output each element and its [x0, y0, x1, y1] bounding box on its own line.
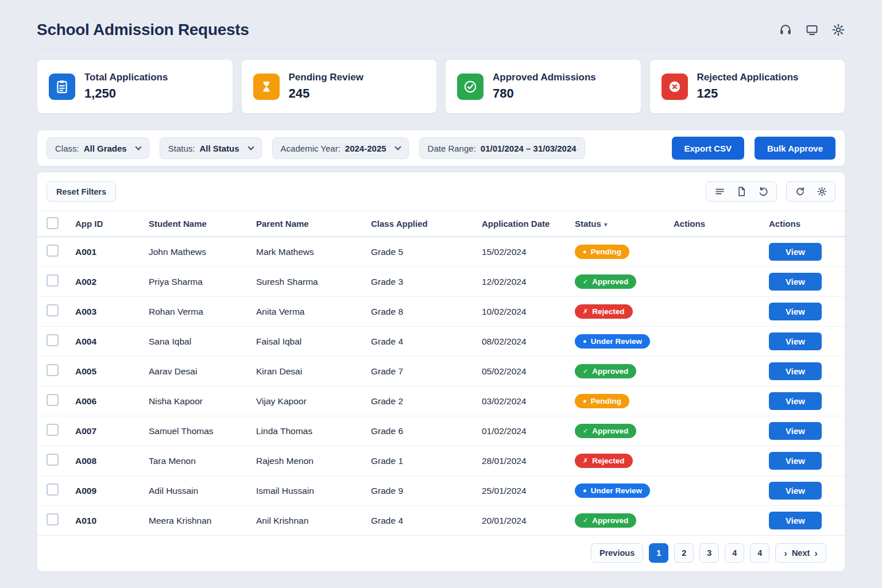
- student-name-cell: Nisha Kapoor: [149, 396, 256, 407]
- hourglass-icon: [253, 74, 280, 100]
- date-range-picker[interactable]: Date Range: 01/01/2024 – 31/03/2024: [419, 137, 585, 159]
- page-button[interactable]: 1: [649, 543, 668, 563]
- status-badge: ● Under Review: [575, 334, 650, 349]
- row-checkbox[interactable]: [47, 274, 59, 287]
- stat-label: Approved Admissions: [493, 72, 596, 83]
- previous-page-button[interactable]: Previous: [591, 543, 643, 563]
- academic-year-dropdown[interactable]: Academic Year: 2024-2025: [272, 137, 409, 159]
- column-header-status[interactable]: Status▾: [575, 219, 674, 229]
- row-checkbox[interactable]: [47, 513, 59, 525]
- column-header-actions: Actions: [674, 219, 769, 229]
- reset-filters-button[interactable]: Reset Filters: [47, 181, 116, 202]
- bulk-approve-button[interactable]: Bulk Approve: [755, 137, 835, 160]
- status-badge: ● Pending: [575, 394, 629, 409]
- stat-value: 125: [697, 86, 799, 101]
- gear-icon[interactable]: [831, 23, 845, 37]
- stat-label: Pending Review: [289, 72, 363, 83]
- class-applied-cell: Grade 7: [371, 366, 482, 377]
- view-button[interactable]: View: [769, 273, 822, 291]
- table-row: A010 Meera Krishnan Anil Krishnan Grade …: [37, 506, 845, 536]
- undo-icon[interactable]: [752, 182, 774, 201]
- headset-icon[interactable]: [779, 23, 792, 37]
- date-range-value: 01/01/2024 – 31/03/2024: [481, 144, 577, 153]
- view-button[interactable]: View: [769, 362, 822, 380]
- status-icon: ✓: [583, 517, 588, 524]
- next-page-button[interactable]: › Next ›: [775, 543, 826, 563]
- table-row: A006 Nisha Kapoor Vijay Kapoor Grade 2 0…: [37, 386, 845, 416]
- app-id-cell: A003: [75, 307, 149, 317]
- export-csv-button[interactable]: Export CSV: [672, 137, 745, 160]
- status-icon: ●: [583, 398, 587, 404]
- chevron-down-icon: [135, 144, 141, 150]
- status-label: Under Review: [591, 487, 642, 495]
- application-date-cell: 25/01/2024: [482, 486, 575, 496]
- list-icon[interactable]: [709, 182, 730, 201]
- status-badge: ✓ Approved: [575, 513, 636, 528]
- student-name-cell: Sana Iqbal: [149, 336, 256, 347]
- row-checkbox[interactable]: [47, 424, 59, 436]
- view-button[interactable]: View: [769, 422, 822, 440]
- admissions-table-card: Reset Filters: [37, 172, 845, 572]
- status-filter-dropdown[interactable]: Status: All Status: [160, 137, 262, 159]
- row-checkbox[interactable]: [47, 304, 59, 316]
- refresh-icon[interactable]: [789, 182, 811, 201]
- application-date-cell: 05/02/2024: [482, 366, 575, 377]
- status-icon: ●: [583, 338, 587, 345]
- stats-row: Total Applications 1,250 Pending Review …: [37, 59, 845, 114]
- class-applied-cell: Grade 9: [371, 486, 482, 496]
- view-button[interactable]: View: [769, 512, 822, 529]
- status-badge: ✓ Approved: [575, 274, 636, 289]
- class-applied-cell: Grade 2: [371, 396, 482, 407]
- parent-name-cell: Rajesh Menon: [256, 456, 371, 466]
- view-button[interactable]: View: [769, 303, 822, 320]
- academic-year-label: Academic Year:: [281, 144, 341, 153]
- view-button[interactable]: View: [769, 332, 822, 350]
- table-row: A004 Sana Iqbal Faisal Iqbal Grade 4 08/…: [37, 327, 845, 357]
- app-id-cell: A010: [75, 516, 149, 526]
- view-button[interactable]: View: [769, 452, 822, 470]
- status-icon: ✗: [583, 308, 588, 315]
- status-badge: ✗ Rejected: [575, 304, 633, 319]
- stat-label: Rejected Applications: [697, 72, 799, 83]
- table-body: A001 John Mathews Mark Mathews Grade 5 1…: [37, 237, 845, 536]
- parent-name-cell: Vijay Kapoor: [256, 396, 371, 407]
- status-icon: ●: [583, 249, 587, 255]
- pagination: Previous 1 2 3 4 4 › Next ›: [37, 536, 845, 571]
- row-checkbox[interactable]: [47, 364, 59, 376]
- class-applied-cell: Grade 6: [371, 426, 482, 436]
- parent-name-cell: Anil Krishnan: [256, 516, 371, 526]
- student-name-cell: Adil Hussain: [149, 486, 256, 496]
- academic-year-value: 2024-2025: [345, 144, 386, 153]
- class-filter-dropdown[interactable]: Class: All Grades: [47, 137, 149, 159]
- view-button[interactable]: View: [769, 482, 822, 500]
- status-icon: ✓: [583, 428, 588, 434]
- monitor-icon[interactable]: [805, 23, 819, 37]
- select-all-checkbox[interactable]: [47, 217, 59, 229]
- view-button[interactable]: View: [769, 243, 822, 261]
- file-icon[interactable]: [730, 182, 752, 201]
- parent-name-cell: Suresh Sharma: [256, 277, 371, 287]
- page-button[interactable]: 3: [699, 543, 719, 563]
- stat-value: 245: [289, 86, 363, 101]
- row-checkbox[interactable]: [47, 454, 59, 466]
- page-button[interactable]: 4: [750, 543, 769, 563]
- app-id-cell: A004: [75, 336, 149, 347]
- class-filter-label: Class:: [55, 144, 79, 153]
- page-button[interactable]: 2: [674, 543, 694, 563]
- row-checkbox[interactable]: [47, 334, 59, 346]
- row-checkbox[interactable]: [47, 245, 59, 257]
- table-row: A003 Rohan Verma Anita Verma Grade 8 10/…: [37, 297, 845, 327]
- row-checkbox[interactable]: [47, 394, 59, 406]
- settings-icon[interactable]: [811, 182, 833, 201]
- row-checkbox[interactable]: [47, 483, 59, 496]
- view-button[interactable]: View: [769, 392, 822, 410]
- status-label: Approved: [592, 517, 628, 525]
- table-row: A008 Tara Menon Rajesh Menon Grade 1 28/…: [37, 446, 845, 476]
- status-label: Rejected: [592, 457, 624, 465]
- chevron-down-icon: [247, 144, 254, 150]
- status-icon: ✗: [583, 458, 588, 464]
- student-name-cell: Meera Krishnan: [149, 516, 256, 526]
- page-button[interactable]: 4: [725, 543, 744, 563]
- parent-name-cell: Anita Verma: [256, 307, 371, 317]
- stat-card-pending-review: Pending Review 245: [241, 59, 438, 114]
